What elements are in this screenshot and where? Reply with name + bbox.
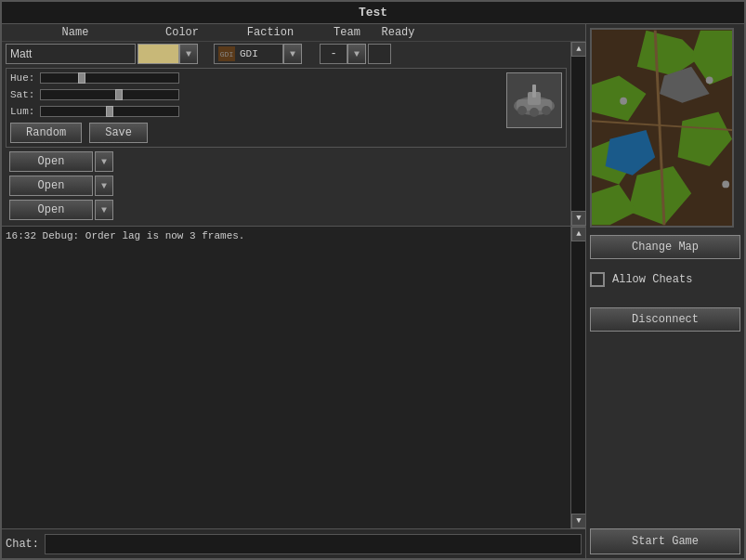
hue-thumb[interactable] <box>78 72 85 84</box>
sat-slider-row: Sat: <box>10 89 499 100</box>
col-header-team: Team <box>321 26 373 39</box>
hue-slider-row: Hue: <box>10 72 499 84</box>
save-button[interactable]: Save <box>89 123 148 143</box>
open-button-1[interactable]: Open <box>9 151 93 172</box>
faction-label: GDI <box>240 48 258 59</box>
allow-cheats-checkbox[interactable] <box>590 272 605 287</box>
disconnect-button[interactable]: Disconnect <box>590 307 740 332</box>
chat-input[interactable] <box>45 534 582 554</box>
svg-rect-4 <box>532 85 536 98</box>
lum-label: Lum: <box>10 106 40 117</box>
chat-bar: Chat: <box>2 528 585 558</box>
lobby-scroll-track[interactable] <box>571 57 585 211</box>
random-button[interactable]: Random <box>10 123 82 143</box>
chat-log: 16:32 Debug: Order lag is now 3 frames. <box>2 227 570 528</box>
lum-thumb[interactable] <box>106 106 113 117</box>
title-bar: Test <box>2 2 744 24</box>
player-row-matt: ▼ GDI GDI ▼ <box>2 42 570 66</box>
random-save-row: Random Save <box>10 123 499 143</box>
faction-dropdown-btn[interactable]: ▼ <box>283 44 302 64</box>
svg-point-7 <box>542 106 551 115</box>
svg-point-20 <box>620 98 627 105</box>
minimap <box>590 28 734 228</box>
left-panel: Name Color Faction Team Ready <box>2 24 586 558</box>
minimap-svg <box>592 30 732 226</box>
chat-label: Chat: <box>6 538 39 551</box>
color-picker-area: Hue: Sat: <box>6 68 567 148</box>
lobby-scroll-up[interactable]: ▲ <box>571 42 586 57</box>
hue-track <box>40 72 179 84</box>
svg-point-21 <box>706 76 713 84</box>
open-dropdown-2[interactable]: ▼ <box>95 176 113 196</box>
color-swatch[interactable] <box>137 44 179 64</box>
team-box: - <box>320 44 347 64</box>
start-game-button[interactable]: Start Game <box>590 528 740 554</box>
chat-scroll-track[interactable] <box>571 241 585 514</box>
col-header-faction: Faction <box>219 26 321 39</box>
open-dropdown-3[interactable]: ▼ <box>95 200 113 220</box>
lobby-scrollbar: ▲ ▼ <box>570 42 585 226</box>
sat-track <box>40 89 179 100</box>
lobby-scroll-down[interactable]: ▼ <box>571 211 586 226</box>
col-header-ready: Ready <box>373 26 424 39</box>
allow-cheats-label: Allow Cheats <box>612 273 692 286</box>
window-title: Test <box>359 6 387 20</box>
col-header-name: Name <box>6 26 145 39</box>
team-dropdown-btn[interactable]: ▼ <box>347 44 366 64</box>
color-preview <box>506 72 562 128</box>
open-button-3[interactable]: Open <box>9 200 93 220</box>
hue-label: Hue: <box>10 72 40 84</box>
svg-point-6 <box>530 108 539 117</box>
column-headers: Name Color Faction Team Ready <box>2 24 585 42</box>
chat-scroll-down[interactable]: ▼ <box>571 514 585 528</box>
open-row-2: Open ▼ <box>9 176 563 196</box>
ready-checkbox[interactable] <box>368 44 391 64</box>
open-row-3: Open ▼ <box>9 200 563 220</box>
main-window: Test Name Color Faction Team Ready <box>0 0 746 560</box>
lobby-upper: Name Color Faction Team Ready <box>2 24 585 227</box>
svg-point-5 <box>517 106 527 115</box>
right-buttons: Change Map Allow Cheats Disconnect <box>590 235 740 343</box>
color-dropdown-btn[interactable]: ▼ <box>179 44 198 64</box>
faction-icon: GDI <box>218 46 235 61</box>
sat-label: Sat: <box>10 89 40 100</box>
open-row-1: Open ▼ <box>9 151 563 172</box>
lum-track <box>40 106 179 117</box>
faction-box: GDI GDI <box>214 44 283 64</box>
sat-thumb[interactable] <box>115 89 123 100</box>
vehicle-preview-svg <box>507 73 561 127</box>
chat-section: 16:32 Debug: Order lag is now 3 frames. … <box>2 227 585 528</box>
right-panel: Change Map Allow Cheats Disconnect Start… <box>586 24 744 558</box>
sliders-section: Hue: Sat: <box>10 72 499 143</box>
open-dropdown-1[interactable]: ▼ <box>95 151 113 172</box>
svg-point-22 <box>722 180 729 188</box>
lum-slider-row: Lum: <box>10 106 499 117</box>
debug-message: 16:32 Debug: Order lag is now 3 frames. <box>6 230 244 241</box>
chat-scrollbar: ▲ ▼ <box>570 227 585 528</box>
chat-scroll-up[interactable]: ▲ <box>571 227 585 241</box>
player-name-input[interactable] <box>6 44 136 64</box>
col-header-color: Color <box>145 26 219 39</box>
change-map-button[interactable]: Change Map <box>590 235 740 259</box>
allow-cheats-row: Allow Cheats <box>590 270 740 289</box>
open-slots: Open ▼ Open ▼ Open ▼ <box>2 150 570 226</box>
open-button-2[interactable]: Open <box>9 176 93 196</box>
